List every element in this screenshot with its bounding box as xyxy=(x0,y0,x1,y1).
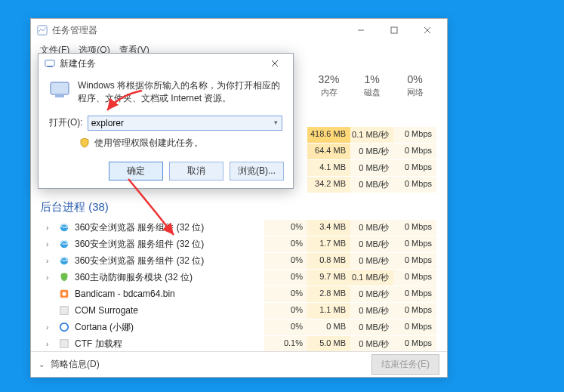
svg-rect-12 xyxy=(60,340,69,348)
process-name-cell: ›360安全浏览器 服务组件 (32 位) xyxy=(46,238,264,251)
metric-cell: 0 MB/秒 xyxy=(350,177,393,193)
dialog-title: 新建任务 xyxy=(60,57,96,70)
metric-cell: 0 MB/秒 xyxy=(350,286,393,302)
app-icon xyxy=(37,25,48,35)
metrics: 0%0.8 MB0 MB/秒0 Mbps xyxy=(264,253,436,269)
metric-cell: 0 Mbps xyxy=(393,127,436,143)
metric-cell: 0 MB/秒 xyxy=(350,303,393,319)
open-combobox[interactable]: ▾ xyxy=(88,116,282,131)
metric-cell: 0% xyxy=(264,236,307,252)
process-name-cell: ›360安全浏览器 服务组件 (32 位) xyxy=(46,221,264,234)
expand-icon[interactable]: › xyxy=(46,323,54,332)
process-name: CTF 加载程 xyxy=(75,338,122,350)
close-button[interactable] xyxy=(411,19,444,42)
process-name-cell: ›CTF 加载程 xyxy=(46,338,264,350)
process-row[interactable]: Bandicam - bdcam64.bin0%2.8 MB0 MB/秒0 Mb… xyxy=(31,286,447,302)
metric-cell: 2.8 MB xyxy=(307,286,350,302)
process-icon xyxy=(58,255,70,267)
network-label: 网络 xyxy=(407,87,424,98)
end-task-button[interactable]: 结束任务(E) xyxy=(371,354,439,375)
metric-cell: 0.1 MB/秒 xyxy=(350,127,393,143)
metric-cell: 0 Mbps xyxy=(393,270,436,286)
col-memory[interactable]: 32% 内存 xyxy=(307,73,350,98)
process-row[interactable]: ›360安全浏览器 服务组件 (32 位)0%0.8 MB0 MB/秒0 Mbp… xyxy=(31,252,447,269)
col-network[interactable]: 0% 网络 xyxy=(393,73,436,98)
metric-cell: 0 Mbps xyxy=(393,144,436,159)
metrics: 0%9.7 MB0.1 MB/秒0 Mbps xyxy=(264,270,436,286)
chevron-down-icon[interactable]: ▾ xyxy=(270,117,281,128)
metrics: 0.1%5.0 MB0 MB/秒0 Mbps xyxy=(264,336,436,352)
run-dialog: 新建任务 Windows 将根据你所输入的名称，为你打开相应的程序、文件夹、文档… xyxy=(38,53,294,189)
metric-cell: 0% xyxy=(264,220,307,236)
metric-cell: 64.4 MB xyxy=(307,144,350,159)
process-name-cell: ›360主动防御服务模块 (32 位) xyxy=(46,271,264,284)
process-icon xyxy=(58,321,70,333)
admin-label: 使用管理权限创建此任务。 xyxy=(94,137,203,150)
cancel-button[interactable]: 取消 xyxy=(169,162,223,181)
memory-percent: 32% xyxy=(318,73,339,85)
metric-cell: 5.0 MB xyxy=(307,336,350,352)
metric-cell: 0.8 MB xyxy=(307,253,350,269)
metric-cell: 0 Mbps xyxy=(393,319,436,335)
chevron-down-icon[interactable]: ⌄ xyxy=(39,360,45,369)
dialog-description: Windows 将根据你所输入的名称，为你打开相应的程序、文件夹、文档或 Int… xyxy=(78,79,282,105)
process-icon xyxy=(58,238,70,250)
metric-cell: 1.1 MB xyxy=(307,303,350,319)
process-row[interactable]: ›360安全浏览器 服务组件 (32 位)0%3.4 MB0 MB/秒0 Mbp… xyxy=(31,219,447,236)
disk-label: 磁盘 xyxy=(364,87,381,98)
expand-icon[interactable]: › xyxy=(46,240,54,248)
expand-icon[interactable]: › xyxy=(46,340,54,348)
col-disk[interactable]: 1% 磁盘 xyxy=(350,73,393,98)
svg-rect-2 xyxy=(391,27,397,33)
process-row[interactable]: COM Surrogate0%1.1 MB0 MB/秒0 Mbps xyxy=(31,302,447,319)
process-icon xyxy=(58,221,70,233)
svg-rect-10 xyxy=(60,307,69,315)
dialog-close-button[interactable] xyxy=(261,55,288,72)
disk-percent: 1% xyxy=(364,73,379,85)
maximize-button[interactable] xyxy=(378,19,411,42)
metric-cell: 0 Mbps xyxy=(393,177,436,193)
metric-cell: 9.7 MB xyxy=(307,270,350,286)
process-row[interactable]: ›360主动防御服务模块 (32 位)0%9.7 MB0.1 MB/秒0 Mbp… xyxy=(31,269,447,286)
metric-cell: 1.7 MB xyxy=(307,236,350,252)
minimize-button[interactable] xyxy=(344,19,378,42)
metric-cell: 0% xyxy=(264,303,307,319)
metric-cell: 0 Mbps xyxy=(393,286,436,302)
process-row[interactable]: ›360安全浏览器 服务组件 (32 位)0%1.7 MB0 MB/秒0 Mbp… xyxy=(31,236,447,252)
metrics: 0%1.1 MB0 MB/秒0 Mbps xyxy=(264,303,436,319)
titlebar[interactable]: 任务管理器 xyxy=(31,19,447,42)
process-name-cell: COM Surrogate xyxy=(46,304,264,316)
run-icon xyxy=(45,58,55,69)
metrics: 0%3.4 MB0 MB/秒0 Mbps xyxy=(264,220,436,236)
process-row[interactable]: ›CTF 加载程0.1%5.0 MB0 MB/秒0 Mbps xyxy=(31,335,447,351)
metric-cell: 0 Mbps xyxy=(393,220,436,236)
dialog-titlebar[interactable]: 新建任务 xyxy=(39,54,293,73)
footer-label[interactable]: 简略信息(D) xyxy=(51,358,365,371)
process-name: 360主动防御服务模块 (32 位) xyxy=(75,271,193,284)
process-icon xyxy=(58,288,70,300)
metric-cell: 0.1% xyxy=(264,336,307,352)
metric-cell: 34.2 MB xyxy=(307,177,350,193)
metric-cell: 0 MB/秒 xyxy=(350,220,393,236)
metric-cell: 0 Mbps xyxy=(393,336,436,352)
metric-cell: 0 Mbps xyxy=(393,160,436,176)
process-icon xyxy=(58,304,70,316)
process-name: COM Surrogate xyxy=(75,305,138,316)
metric-cell: 0 MB/秒 xyxy=(350,336,393,352)
expand-icon[interactable]: › xyxy=(46,257,54,265)
expand-icon[interactable]: › xyxy=(46,224,54,232)
process-name-cell: ›Cortana (小娜) xyxy=(46,321,264,334)
process-name: 360安全浏览器 服务组件 (32 位) xyxy=(75,255,204,267)
metric-cell: 0% xyxy=(264,319,307,335)
window-title: 任务管理器 xyxy=(52,24,97,37)
process-row[interactable]: ›Cortana (小娜)0%0 MB0 MB/秒0 Mbps xyxy=(31,319,447,335)
network-percent: 0% xyxy=(407,73,422,85)
svg-point-9 xyxy=(62,292,66,295)
metrics: 0%1.7 MB0 MB/秒0 Mbps xyxy=(264,236,436,252)
metric-cell: 0% xyxy=(264,253,307,269)
expand-icon[interactable]: › xyxy=(46,273,54,282)
ok-button[interactable]: 确定 xyxy=(109,162,163,181)
browse-button[interactable]: 浏览(B)... xyxy=(230,162,284,181)
metric-cell: 0% xyxy=(264,270,307,286)
open-input[interactable] xyxy=(88,116,282,131)
